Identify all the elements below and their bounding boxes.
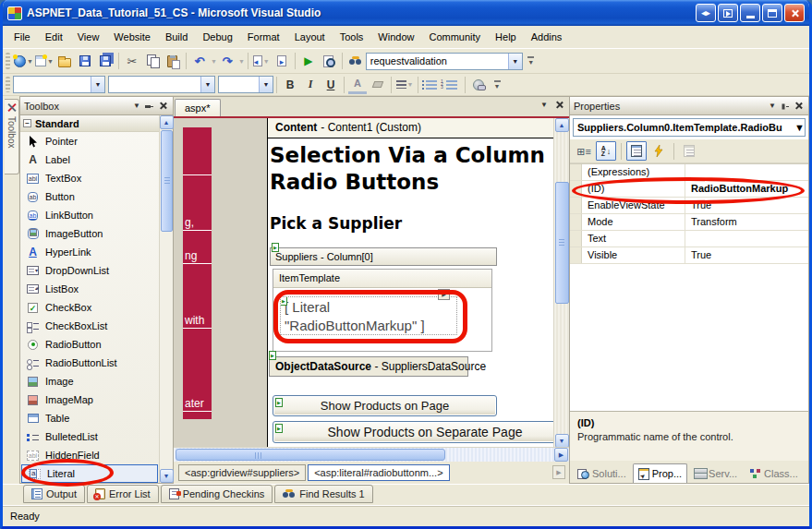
literal-control[interactable]: ▶ [ Literal "RadioButtonMarkup" ] xyxy=(280,296,457,335)
smart-tag-icon[interactable]: ▶ xyxy=(272,243,279,252)
copy-button[interactable] xyxy=(143,52,162,70)
search-combo-dropdown[interactable]: ▼ xyxy=(508,54,522,69)
toolbox-item-imagebutton[interactable]: ImageButton xyxy=(20,224,159,243)
view-in-browser-button[interactable] xyxy=(320,52,338,70)
smart-tag-icon[interactable]: ▶ xyxy=(280,296,287,306)
search-combo[interactable]: requestvalidation ▼ xyxy=(366,53,523,70)
property-row-visible[interactable]: Visible True xyxy=(570,247,808,264)
menu-website[interactable]: Website xyxy=(106,29,158,45)
tag-literal[interactable]: <asp:literal#radiobuttonm...> xyxy=(308,464,449,481)
tab-server-explorer[interactable]: Serv... xyxy=(688,463,743,483)
property-row-id[interactable]: (ID) RadioButtonMarkup xyxy=(570,181,808,198)
menu-file[interactable]: File xyxy=(6,29,38,45)
properties-title-bar[interactable]: Properties ▼ xyxy=(570,97,808,115)
toolbox-scrollbar[interactable]: ▲ ▼ xyxy=(159,115,173,483)
tab-output[interactable]: Output xyxy=(23,485,85,503)
smart-tag-icon[interactable]: ▶ xyxy=(275,398,283,407)
toolbox-item-radiobuttonlist[interactable]: RadioButtonList xyxy=(20,354,159,372)
document-tab-aspx[interactable]: aspx* xyxy=(175,99,221,116)
highlight-button[interactable] xyxy=(369,76,387,94)
toolbox-item-checkbox[interactable]: ✓CheckBox xyxy=(20,298,159,317)
tab-find-results[interactable]: Find Results 1 xyxy=(274,485,372,503)
block-format-combo[interactable]: ▼ xyxy=(13,76,105,93)
gridview-column-header[interactable]: ▶ Suppliers - Column[0] xyxy=(270,247,497,266)
property-row-expressions[interactable]: (Expressions) xyxy=(570,164,808,181)
designer-vertical-scrollbar[interactable]: ▲ ▼ xyxy=(553,118,569,447)
toolbox-item-radiobutton[interactable]: RadioButton xyxy=(20,335,159,354)
menu-window[interactable]: Window xyxy=(370,29,421,45)
paste-button[interactable] xyxy=(164,52,182,70)
collapse-icon[interactable]: − xyxy=(23,119,31,127)
content-placeholder-header[interactable]: Content - Content1 (Custom) xyxy=(268,118,553,138)
minimize-button[interactable] xyxy=(740,4,760,22)
smart-tag-icon[interactable]: ▶ xyxy=(275,424,283,433)
properties-view-button[interactable] xyxy=(626,141,647,161)
hyperlink-button[interactable] xyxy=(469,76,488,94)
toolbox-item-imagemap[interactable]: ImageMap xyxy=(20,391,159,409)
toolbox-item-textbox[interactable]: ablTextBox xyxy=(20,169,159,187)
tab-pending-checkins[interactable]: Pending Checkins xyxy=(161,485,273,503)
window-position-menu-icon[interactable]: ▼ xyxy=(766,100,779,113)
menu-format[interactable]: Format xyxy=(240,29,287,45)
toolbar-overflow-button[interactable]: ▼ xyxy=(526,56,537,66)
toolbox-item-linkbutton[interactable]: abLinkButton xyxy=(20,206,159,224)
toolbox-item-dropdownlist[interactable]: DropDownList xyxy=(20,261,159,280)
save-all-button[interactable] xyxy=(96,52,115,70)
tag-gridview[interactable]: <asp:gridview#suppliers> xyxy=(178,464,306,481)
toolbox-item-literal[interactable]: Literal xyxy=(21,464,158,483)
save-button[interactable] xyxy=(76,52,94,70)
objectdatasource-control[interactable]: ▶ ObjectDataSource - SuppliersDataSource xyxy=(269,356,468,377)
toolbox-item-pointer[interactable]: Pointer xyxy=(20,132,159,150)
toolbar-grip[interactable] xyxy=(6,53,10,69)
itemtemplate-panel[interactable]: ItemTemplate ▶ ▶ [ Literal "RadioButtonM… xyxy=(273,269,492,352)
close-button[interactable] xyxy=(784,4,805,22)
properties-object-combo[interactable]: Suppliers.Column0.ItemTemplate.RadioBu ▼ xyxy=(573,118,806,137)
open-file-button[interactable] xyxy=(55,52,74,70)
tab-error-list[interactable]: Error List xyxy=(87,485,159,503)
navigate-back-button[interactable]: ▼ xyxy=(252,52,271,70)
toolbox-item-listbox[interactable]: ListBox xyxy=(20,280,159,298)
toolbar-overflow-button[interactable]: ▼ xyxy=(491,80,503,90)
pin-icon[interactable] xyxy=(779,100,792,113)
menu-addins[interactable]: Addins xyxy=(524,29,570,45)
new-website-button[interactable]: ▼ xyxy=(14,52,33,70)
tag-navigator-more-icon[interactable]: ▶ xyxy=(552,465,565,479)
scroll-up-icon[interactable]: ▲ xyxy=(555,118,569,132)
underline-button[interactable]: U xyxy=(321,76,340,94)
smart-tag-button[interactable]: ▶ xyxy=(438,289,450,300)
window-position-menu-icon[interactable]: ▼ xyxy=(130,100,143,113)
navigate-forward-button[interactable] xyxy=(273,52,291,70)
smart-tag-icon[interactable]: ▶ xyxy=(269,351,276,360)
search-combo-value[interactable]: requestvalidation xyxy=(367,55,508,66)
font-size-combo[interactable]: ▼ xyxy=(218,76,273,93)
toolbox-item-button[interactable]: abButton xyxy=(20,187,159,206)
numbered-list-button[interactable] xyxy=(442,76,461,94)
window-arrows-button[interactable]: ◂▸ xyxy=(696,4,716,22)
menu-tools[interactable]: Tools xyxy=(333,29,371,45)
menu-debug[interactable]: Debug xyxy=(195,29,239,45)
scroll-up-icon[interactable]: ▲ xyxy=(160,115,174,129)
document-list-dropdown-icon[interactable]: ▼ xyxy=(540,101,548,109)
toolbox-item-hyperlink[interactable]: AHyperLink xyxy=(20,243,159,261)
show-products-on-separate-page-button[interactable]: ▶ Show Products on Separate Page xyxy=(273,421,553,443)
menu-layout[interactable]: Layout xyxy=(287,29,333,45)
window-popout-button[interactable] xyxy=(718,4,738,22)
undo-button[interactable] xyxy=(190,52,209,70)
toolbox-item-bulletedlist[interactable]: BulletedList xyxy=(20,427,159,446)
menu-edit[interactable]: Edit xyxy=(38,29,70,45)
font-color-button[interactable]: A xyxy=(348,76,367,94)
menu-view[interactable]: View xyxy=(70,29,107,45)
toolbox-item-hiddenfield[interactable]: ablHiddenField xyxy=(20,446,159,464)
property-row-enableviewstate[interactable]: EnableViewState True xyxy=(570,198,808,214)
toolbar-grip[interactable] xyxy=(6,77,10,91)
categorized-button[interactable]: ⊞≡ xyxy=(574,141,594,161)
events-button[interactable] xyxy=(648,141,669,161)
combo-dropdown[interactable]: ▼ xyxy=(200,77,214,92)
scrollbar-thumb[interactable] xyxy=(161,130,173,232)
property-row-text[interactable]: Text xyxy=(570,231,808,247)
scrollbar-thumb[interactable] xyxy=(555,182,569,304)
toolbox-group-standard[interactable]: − Standard xyxy=(20,115,173,132)
property-row-mode[interactable]: Mode Transform xyxy=(570,214,808,231)
property-pages-button[interactable] xyxy=(679,141,699,161)
properties-close-icon[interactable] xyxy=(792,100,805,113)
